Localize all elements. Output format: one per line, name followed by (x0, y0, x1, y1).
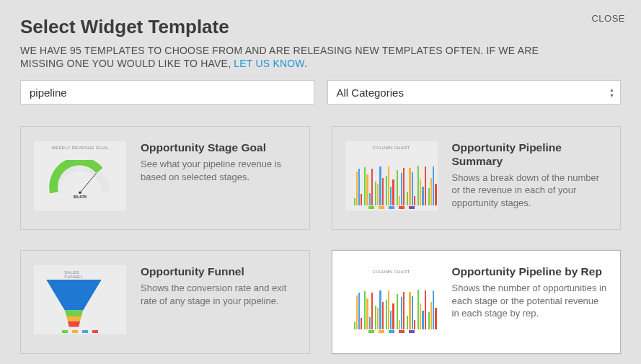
modal-subtitle: WE HAVE 95 TEMPLATES TO CHOOSE FROM AND … (20, 44, 568, 70)
template-card-stage-goal[interactable]: WEEKLY REVENUE GOAL $5,676 Opportunity S… (20, 126, 310, 230)
thumb-label: SALES FUNNEL (64, 270, 95, 279)
thumbnail-column-chart: COLUMN CHART (345, 141, 438, 210)
card-info: Opportunity Pipeline by Rep Shows the nu… (452, 265, 608, 339)
svg-marker-3 (64, 311, 83, 317)
thumbnail-funnel: SALES FUNNEL ———— (34, 265, 126, 334)
card-info: Opportunity Pipeline Summary Shows a bre… (452, 141, 608, 215)
chart-legend (345, 202, 438, 209)
filter-controls: All Categories ▲▼ (20, 80, 621, 105)
template-card-pipeline-by-rep[interactable]: COLUMN CHART Opportunity Pipeline by Rep… (332, 250, 622, 354)
close-button[interactable]: CLOSE (591, 13, 625, 24)
card-title: Opportunity Pipeline by Rep (452, 265, 608, 279)
card-description: Shows the number of opportunities in eac… (452, 282, 608, 320)
select-caret-icon: ▲▼ (609, 87, 614, 98)
chart-legend (345, 326, 438, 333)
chart-legend (34, 326, 126, 333)
gauge-icon: $5,676 (48, 160, 112, 196)
column-chart-icon (353, 279, 430, 329)
template-card-funnel[interactable]: SALES FUNNEL ———— Opportunity Fu (20, 250, 310, 354)
card-title: Opportunity Stage Goal (141, 141, 296, 155)
card-description: Shows the conversion rate and exit rate … (141, 282, 296, 307)
thumbnail-gauge: WEEKLY REVENUE GOAL $5,676 (34, 141, 126, 210)
category-select-value: All Categories (337, 86, 404, 99)
category-select[interactable]: All Categories ▲▼ (327, 80, 622, 105)
svg-point-1 (79, 192, 81, 195)
card-info: Opportunity Stage Goal See what your pip… (141, 141, 296, 215)
svg-line-0 (80, 174, 97, 193)
modal-title: Select Widget Template (20, 16, 621, 38)
card-description: See what your pipeline revenue is based … (141, 158, 296, 183)
thumb-label: COLUMN CHART (345, 270, 438, 274)
template-grid: WEEKLY REVENUE GOAL $5,676 Opportunity S… (20, 126, 621, 354)
thumb-label: WEEKLY REVENUE GOAL (34, 146, 126, 150)
let-us-know-link[interactable]: LET US KNOW (234, 58, 304, 69)
thumb-label: COLUMN CHART (345, 146, 438, 150)
thumbnail-column-chart: COLUMN CHART (345, 265, 438, 334)
template-card-pipeline-summary[interactable]: COLUMN CHART Opportunity Pipeline Summar… (332, 126, 622, 230)
card-title: Opportunity Pipeline Summary (452, 141, 608, 168)
svg-marker-4 (66, 316, 81, 321)
card-title: Opportunity Funnel (141, 265, 296, 279)
subtitle-end: . (304, 58, 307, 69)
svg-marker-2 (46, 280, 102, 311)
search-input[interactable] (20, 80, 314, 105)
card-description: Shows a break down of the number or the … (452, 172, 608, 210)
column-chart-icon (353, 155, 430, 205)
card-info: Opportunity Funnel Shows the conversion … (141, 265, 296, 339)
funnel-icon: SALES FUNNEL ———— (43, 276, 105, 332)
gauge-value: $5,676 (48, 195, 112, 199)
modal-content: Select Widget Template WE HAVE 95 TEMPLA… (0, 0, 641, 364)
